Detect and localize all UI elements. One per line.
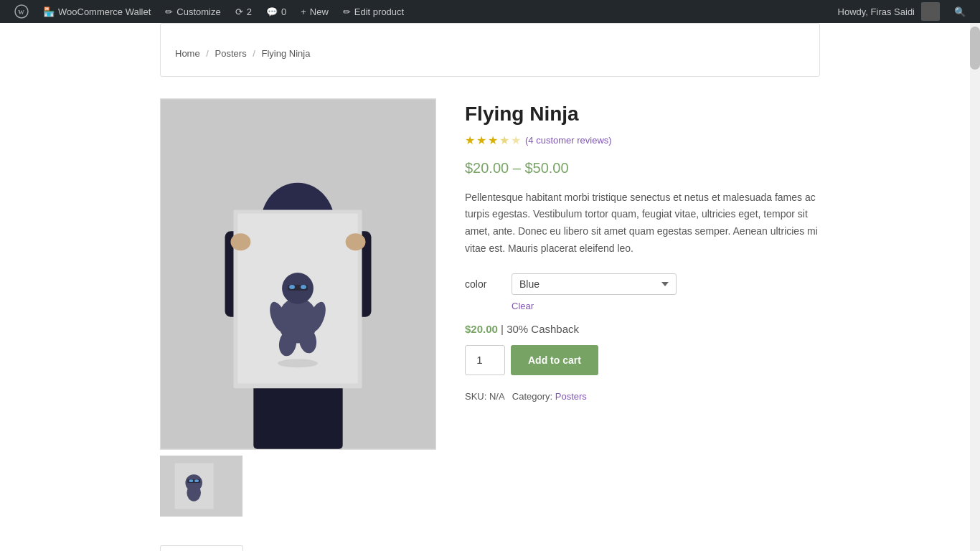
comments-count: 0 bbox=[281, 6, 286, 17]
quantity-input[interactable] bbox=[465, 345, 505, 375]
stars-container: ★ ★ ★ ★ ★ bbox=[465, 133, 521, 147]
customize-icon: ✏ bbox=[165, 6, 173, 17]
new-icon: + bbox=[301, 6, 306, 17]
category-link[interactable]: Posters bbox=[555, 391, 587, 402]
variation-label: color bbox=[465, 278, 501, 290]
search-item[interactable]: 🔍 bbox=[947, 0, 973, 23]
svg-point-18 bbox=[278, 359, 318, 367]
breadcrumb-current: Flying Ninja bbox=[262, 48, 311, 59]
product-meta: SKU: N/A Category: Posters bbox=[465, 391, 820, 402]
review-link[interactable]: (4 customer reviews) bbox=[525, 135, 612, 146]
thumbnail-strip bbox=[160, 456, 436, 517]
star-5: ★ bbox=[511, 133, 521, 147]
edit-product-label: Edit product bbox=[354, 6, 404, 17]
scrollbar[interactable] bbox=[970, 23, 980, 551]
star-2: ★ bbox=[476, 133, 486, 147]
howdy-text: Howdy, Firas Saidi bbox=[838, 6, 915, 17]
product-thumbnail[interactable] bbox=[160, 456, 242, 517]
tab-navigation: Description Additional information Revie… bbox=[160, 545, 820, 551]
updates-count: 2 bbox=[247, 6, 252, 17]
search-icon: 🔍 bbox=[954, 6, 966, 17]
svg-point-12 bbox=[289, 285, 295, 289]
howdy-item[interactable]: Howdy, Firas Saidi bbox=[831, 0, 947, 23]
admin-bar-right: Howdy, Firas Saidi 🔍 bbox=[831, 0, 973, 23]
product-images bbox=[160, 98, 436, 517]
category-label: Category: bbox=[512, 391, 552, 402]
admin-bar: W 🏪 WooCommerce Wallet ✏ Customize ⟳ 2 💬… bbox=[0, 0, 980, 23]
product-info: Flying Ninja ★ ★ ★ ★ ★ (4 customer revie… bbox=[465, 98, 820, 517]
star-3: ★ bbox=[488, 133, 498, 147]
product-price: $20.00 – $50.00 bbox=[465, 160, 820, 176]
breadcrumb-sep1: / bbox=[206, 48, 209, 59]
svg-text:W: W bbox=[18, 9, 24, 16]
edit-product-item[interactable]: ✏ Edit product bbox=[336, 0, 411, 23]
svg-point-27 bbox=[187, 484, 201, 501]
product-layout: Flying Ninja ★ ★ ★ ★ ★ (4 customer revie… bbox=[160, 98, 820, 517]
comments-item[interactable]: 💬 0 bbox=[259, 0, 293, 23]
product-svg-illustration bbox=[161, 98, 435, 450]
star-4: ★ bbox=[499, 133, 509, 147]
svg-point-26 bbox=[194, 479, 199, 482]
star-1: ★ bbox=[465, 133, 475, 147]
customize-label: Customize bbox=[176, 6, 220, 17]
cashback-text: | 30% Cashback bbox=[501, 323, 579, 335]
sku-value: N/A bbox=[489, 391, 504, 402]
tab-description[interactable]: Description bbox=[160, 545, 243, 551]
variation-row: color Blue Red Green Black bbox=[465, 273, 820, 295]
wallet-icon: 🏪 bbox=[43, 6, 55, 17]
product-description: Pellentesque habitant morbi tristique se… bbox=[465, 189, 820, 258]
current-price: $20.00 bbox=[465, 323, 498, 335]
breadcrumb-sep2: / bbox=[253, 48, 255, 59]
price-cashback: $20.00 | 30% Cashback bbox=[465, 323, 820, 335]
breadcrumb-home[interactable]: Home bbox=[175, 48, 200, 59]
add-to-cart-button[interactable]: Add to cart bbox=[511, 345, 598, 375]
svg-point-25 bbox=[189, 479, 193, 482]
color-select[interactable]: Blue Red Green Black bbox=[512, 273, 677, 295]
svg-point-13 bbox=[301, 285, 306, 289]
tab-reviews[interactable]: Reviews (4) bbox=[373, 545, 459, 551]
scroll-thumb[interactable] bbox=[970, 27, 980, 70]
product-title: Flying Ninja bbox=[465, 102, 820, 126]
add-to-cart-row: Add to cart bbox=[465, 345, 820, 375]
breadcrumb: Home / Posters / Flying Ninja bbox=[175, 34, 805, 66]
wp-logo-item[interactable]: W bbox=[7, 0, 36, 23]
breadcrumb-bar: Home / Posters / Flying Ninja bbox=[160, 23, 820, 77]
edit-icon: ✏ bbox=[343, 6, 351, 17]
star-rating: ★ ★ ★ ★ ★ (4 customer reviews) bbox=[465, 133, 820, 147]
tab-additional-information[interactable]: Additional information bbox=[243, 545, 373, 551]
wallet-label: WooCommerce Wallet bbox=[58, 6, 151, 17]
breadcrumb-posters[interactable]: Posters bbox=[215, 48, 247, 59]
woocommerce-wallet-item[interactable]: 🏪 WooCommerce Wallet bbox=[36, 0, 158, 23]
comments-icon: 💬 bbox=[266, 6, 278, 17]
customize-item[interactable]: ✏ Customize bbox=[158, 0, 227, 23]
main-product-image[interactable] bbox=[160, 98, 436, 450]
sku-label: SKU: bbox=[465, 391, 486, 402]
product-tabs: Description Additional information Revie… bbox=[160, 545, 820, 551]
svg-point-20 bbox=[346, 233, 366, 250]
new-item[interactable]: + New bbox=[293, 0, 336, 23]
user-avatar bbox=[921, 2, 940, 21]
svg-point-19 bbox=[230, 233, 250, 250]
clear-variation-link[interactable]: Clear bbox=[512, 301, 820, 311]
updates-item[interactable]: ⟳ 2 bbox=[228, 0, 259, 23]
updates-icon: ⟳ bbox=[235, 6, 243, 17]
new-label: New bbox=[310, 6, 329, 17]
